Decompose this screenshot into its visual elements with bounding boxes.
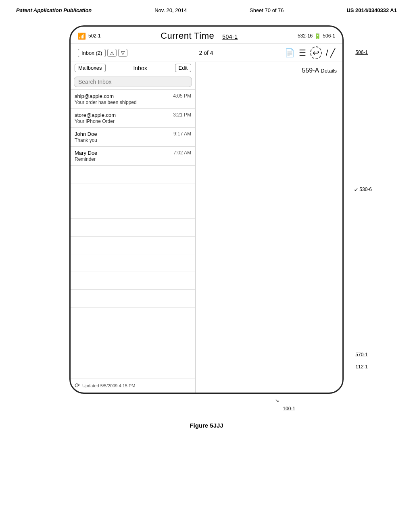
- status-wifi-ref: 502-1: [88, 33, 101, 39]
- empty-row: [71, 237, 195, 254]
- device-frame: 📶 502-1 Current Time 504-1 532-16 🔋 506-…: [69, 25, 344, 394]
- search-bar: [71, 74, 195, 90]
- email-item[interactable]: store@apple.com 3:21 PM Your iPhone Orde…: [71, 109, 195, 128]
- trash-icon[interactable]: ☰: [299, 48, 306, 58]
- split-view: Mailboxes Inbox Edit ship@apple.com 4:05…: [71, 62, 342, 393]
- figure-label: Figure 5JJJ: [190, 422, 223, 429]
- email-item[interactable]: John Doe 9:17 AM Thank you: [71, 128, 195, 147]
- details-ref-label: 559-A: [302, 67, 319, 74]
- patent-number: US 2014/0340332 A1: [346, 7, 397, 13]
- empty-row: [71, 183, 195, 201]
- details-label-area: 559-A Details: [302, 67, 337, 74]
- time-ref: 504-1: [222, 33, 238, 40]
- patent-date: Nov. 20, 2014: [154, 7, 187, 13]
- email-time: 7:02 AM: [173, 150, 191, 156]
- email-item-header: ship@apple.com 4:05 PM: [75, 93, 191, 99]
- status-right: 532-16 🔋 506-1: [298, 33, 335, 39]
- patent-header-left: Patent Application Publication: [16, 7, 92, 13]
- detail-pane: 559-A Details: [196, 62, 342, 393]
- status-left: 📶 502-1: [78, 32, 101, 40]
- refresh-icon[interactable]: ⟳: [75, 382, 80, 389]
- arrow-100-1: ↘: [275, 398, 279, 403]
- email-item-header: store@apple.com 3:21 PM: [75, 112, 191, 118]
- ref-100-1-label: 100-1: [283, 406, 295, 411]
- device-wrapper: 506-1 ↙ 530-6 570-1 112-1 📶 502-1 Curren…: [69, 25, 344, 394]
- search-input[interactable]: [74, 77, 192, 87]
- email-sender: ship@apple.com: [75, 93, 114, 99]
- compose-icon[interactable]: / ╱: [326, 48, 335, 58]
- toolbar-left: Inbox (2) △ ▽: [78, 49, 127, 57]
- email-item[interactable]: Mary Doe 7:02 AM Reminder: [71, 147, 195, 166]
- ann-112-1: 112-1: [355, 364, 368, 370]
- email-list-footer: ⟳ Updated 5/5/2009 4:15 PM: [71, 378, 195, 393]
- email-sender: John Doe: [75, 131, 97, 137]
- ann-530-6: ↙ 530-6: [354, 187, 372, 192]
- email-sender: Mary Doe: [75, 150, 97, 156]
- patent-publication-label: Patent Application Publication: [16, 7, 92, 13]
- details-label: Details: [321, 68, 337, 74]
- empty-row: [71, 201, 195, 219]
- email-item-header: Mary Doe 7:02 AM: [75, 150, 191, 156]
- status-time: Current Time 504-1: [161, 31, 238, 41]
- toolbar-right: 📄 ☰ ↩ / ╱: [285, 46, 335, 59]
- empty-row: [71, 290, 195, 308]
- email-item[interactable]: ship@apple.com 4:05 PM Your order has be…: [71, 90, 195, 109]
- battery-ref: 506-1: [323, 33, 335, 39]
- current-time-label: Current Time: [161, 31, 214, 41]
- signal-ref: 532-16: [298, 33, 313, 39]
- status-bar: 📶 502-1 Current Time 504-1 532-16 🔋 506-…: [71, 27, 342, 44]
- ann-506-1: 506-1: [355, 50, 368, 55]
- updated-text: Updated 5/5/2009 4:15 PM: [82, 383, 135, 388]
- page-content: 506-1 ↙ 530-6 570-1 112-1 📶 502-1 Curren…: [0, 17, 413, 429]
- folder-icon[interactable]: 📄: [285, 48, 295, 58]
- email-subject: Reminder: [75, 156, 191, 162]
- patent-sheet: Sheet 70 of 76: [250, 7, 284, 13]
- empty-row: [71, 272, 195, 290]
- battery-icon: 🔋: [314, 33, 321, 39]
- down-arrow-button[interactable]: ▽: [118, 49, 127, 57]
- email-item-header: John Doe 9:17 AM: [75, 131, 191, 137]
- toolbar-row: Inbox (2) △ ▽ 2 of 4 📄 ☰ ↩ / ╱: [71, 44, 342, 62]
- edit-button[interactable]: Edit: [175, 64, 191, 72]
- ann-570-1: 570-1: [355, 352, 368, 357]
- reply-icon[interactable]: ↩: [310, 46, 322, 59]
- page-indicator: 2 of 4: [199, 50, 213, 56]
- inbox-label: Inbox: [108, 65, 173, 71]
- empty-row: [71, 254, 195, 272]
- email-list-pane: Mailboxes Inbox Edit ship@apple.com 4:05…: [71, 62, 196, 393]
- email-time: 4:05 PM: [173, 93, 191, 99]
- nav-bar: Mailboxes Inbox Edit: [71, 62, 195, 74]
- mailboxes-button[interactable]: Mailboxes: [75, 64, 106, 72]
- email-subject: Thank you: [75, 137, 191, 143]
- email-time: 3:21 PM: [173, 112, 191, 118]
- up-arrow-button[interactable]: △: [107, 49, 117, 57]
- wifi-icon: 📶: [78, 32, 86, 40]
- empty-row: [71, 219, 195, 237]
- empty-row: [71, 166, 195, 183]
- ref-arrow-area: ↘ 100-1: [69, 394, 344, 414]
- email-time: 9:17 AM: [173, 131, 191, 137]
- inbox-button[interactable]: Inbox (2): [78, 49, 106, 57]
- email-sender: store@apple.com: [75, 112, 116, 118]
- empty-row: [71, 308, 195, 325]
- email-subject: Your order has been shipped: [75, 100, 191, 105]
- email-subject: Your iPhone Order: [75, 118, 191, 124]
- patent-header: Patent Application Publication Nov. 20, …: [0, 0, 413, 17]
